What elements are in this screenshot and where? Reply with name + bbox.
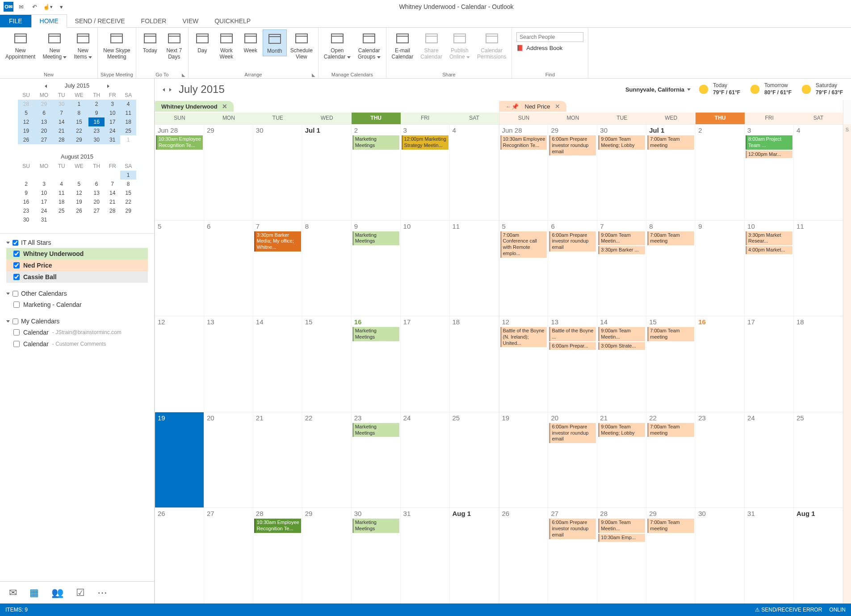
mini-cal-day[interactable]: 14 [54, 117, 70, 126]
mini-cal-day[interactable]: 11 [120, 109, 136, 117]
mini-cal-day[interactable]: 12 [18, 117, 34, 126]
ribbon-work-week-button[interactable]: WorkWeek [214, 29, 239, 62]
calendar-list-item[interactable]: Whitney Underwood [6, 248, 148, 260]
pin-icon[interactable]: ←📌 [506, 103, 519, 110]
calendar-event[interactable]: 6:00am Prepare investor roundup email [549, 231, 596, 251]
calendar-event[interactable]: 6:00am Prepare investor roundup email [549, 135, 596, 155]
calendar-event[interactable]: Battle of the Boyne (N. Ireland); United… [500, 327, 547, 347]
calendar-day-cell[interactable]: 29 [204, 125, 253, 220]
calendar-event[interactable]: 7:00am Team meeting [647, 327, 694, 341]
calendar-day-cell[interactable]: 6 [204, 221, 253, 316]
mini-cal-day[interactable]: 3 [34, 180, 54, 189]
calendar-day-cell[interactable]: 15 [302, 316, 352, 412]
calendar-event[interactable]: 7:00am Team meeting [647, 135, 694, 150]
mini-cal-day[interactable]: 3 [105, 100, 121, 109]
calendar-day-cell[interactable]: 26 [499, 508, 549, 603]
calendar-event[interactable]: 9:00am Team Meetin... [598, 327, 645, 341]
nav-more-icon[interactable]: ⋯ [97, 587, 107, 599]
nav-people-icon[interactable]: 👥 [51, 587, 63, 599]
calendar-day-cell[interactable]: 309:00am Team Meeting; Lobby [597, 125, 646, 220]
mini-cal-day[interactable]: 15 [120, 189, 136, 197]
calendar-day-cell[interactable]: Jul 1 [302, 125, 352, 220]
calendar-event[interactable]: 3:00pm Strate... [598, 342, 645, 350]
calendar-event[interactable]: 6:00am Prepar... [549, 342, 596, 350]
calendar-event[interactable]: 12:00pm Marketing Strategy Meetin... [402, 135, 449, 150]
mini-cal-day[interactable]: 19 [69, 197, 88, 206]
calendar-day-cell[interactable]: 20 [204, 412, 253, 508]
close-pane-icon[interactable]: ✕ [222, 103, 227, 110]
calendar-day-cell[interactable]: 18 [794, 316, 843, 412]
calendar-event[interactable]: Marketing Meetings [352, 423, 399, 437]
ribbon-e-mail-calendar-button[interactable]: E-mailCalendar [388, 29, 417, 62]
calendar-day-cell[interactable]: 73:30pm Barker Media; My office; Whitne.… [253, 221, 302, 316]
tab-send-receive[interactable]: SEND / RECEIVE [67, 15, 133, 27]
calendar-event[interactable]: 8:00am Project Team ... [746, 135, 792, 150]
nav-mail-icon[interactable]: ✉ [9, 587, 17, 599]
calendar-list-item[interactable]: Calendar - Customer Comments [6, 338, 148, 350]
calendar-event[interactable]: 7:00am Team meeting [647, 231, 694, 246]
ribbon-month-button[interactable]: Month [263, 29, 287, 56]
mini-cal-day[interactable]: 10 [105, 109, 121, 117]
mini-cal-day[interactable]: 28 [54, 135, 70, 144]
mini-cal-day[interactable]: 22 [120, 197, 136, 206]
calendar-day-cell[interactable]: 103:30pm Market Resear...4:00pm Market..… [745, 221, 794, 316]
calendar-event[interactable]: 6:00am Prepare investor roundup email [549, 423, 596, 443]
calendar-list-item[interactable]: Cassie Ball [6, 271, 148, 283]
weather-location[interactable]: Sunnyvale, California [625, 86, 691, 93]
calendar-group-header[interactable]: IT All Stars [6, 237, 148, 248]
calendar-event[interactable]: 7:00am Conference call with Remote emplo… [500, 231, 547, 258]
calendar-event[interactable]: 3:30pm Barker ... [598, 246, 645, 254]
group-checkbox[interactable] [13, 318, 18, 324]
mini-cal-day[interactable]: 5 [18, 109, 34, 117]
calendar-day-cell[interactable]: 38:00am Project Team ...12:00pm Mar... [745, 125, 794, 220]
calendar-day-cell[interactable]: 2810:30am Employee Recognition Te... [253, 508, 302, 603]
calendar-checkbox[interactable] [13, 341, 20, 347]
qat-undo-icon[interactable]: ↶ [30, 3, 38, 11]
calendar-group-header[interactable]: Other Calendars [6, 288, 148, 299]
mini-cal-day[interactable]: 16 [88, 117, 105, 126]
calendar-day-cell[interactable]: 22 [302, 412, 352, 508]
calendar-day-cell[interactable]: 23Marketing Meetings [352, 412, 401, 508]
mini-cal-day[interactable]: 27 [34, 135, 54, 144]
mini-cal-day[interactable]: 18 [120, 117, 136, 126]
calendar-day-cell[interactable]: Jun 2810:30am Employee Recognition Te... [499, 125, 549, 220]
mini-cal-day[interactable]: 2 [18, 180, 34, 189]
mini-cal-day[interactable]: 4 [54, 180, 70, 189]
calendar-day-cell[interactable]: 30 [253, 125, 302, 220]
tab-folder[interactable]: FOLDER [133, 15, 175, 27]
calendar-day-cell[interactable]: 25 [450, 412, 499, 508]
nav-calendar-icon[interactable]: ▦ [29, 587, 39, 599]
mini-cal-day[interactable]: 8 [69, 109, 88, 117]
mini-cal-day[interactable]: 31 [105, 135, 121, 144]
mini-cal-day[interactable]: 28 [105, 206, 121, 215]
calendar-day-cell[interactable]: 10 [401, 221, 450, 316]
calendar-day-cell[interactable]: 9Marketing Meetings [352, 221, 401, 316]
mini-cal-day[interactable]: 17 [34, 197, 54, 206]
mini-cal-day[interactable]: 29 [120, 206, 136, 215]
nav-tasks-icon[interactable]: ☑ [76, 587, 85, 599]
calendar-day-cell[interactable]: 12Battle of the Boyne (N. Ireland); Unit… [499, 316, 549, 412]
calendar-day-cell[interactable]: 57:00am Conference call with Remote empl… [499, 221, 549, 316]
calendar-checkbox[interactable] [13, 274, 20, 280]
calendar-day-cell[interactable]: Jun 2810:30am Employee Recognition Te... [155, 125, 204, 220]
address-book-button[interactable]: 📕 Address Book [516, 45, 583, 51]
mini-cal-day[interactable]: 25 [54, 206, 70, 215]
calendar-list-item[interactable]: Marketing - Calendar [6, 299, 148, 310]
ribbon-open-calendar-button[interactable]: OpenCalendar [320, 29, 354, 62]
mini-cal-day[interactable]: 24 [34, 206, 54, 215]
mini-cal-day[interactable]: 7 [105, 180, 121, 189]
mini-cal-day[interactable]: 9 [88, 109, 105, 117]
mini-cal-day[interactable]: 26 [69, 206, 88, 215]
close-pane-icon[interactable]: ✕ [555, 103, 560, 110]
next-month-icon[interactable] [169, 85, 172, 93]
calendar-day-cell[interactable]: 276:00am Prepare investor roundup email [548, 508, 597, 603]
group-checkbox[interactable] [13, 291, 18, 297]
mini-cal-day[interactable]: 20 [88, 197, 105, 206]
mini-cal-day[interactable]: 27 [88, 206, 105, 215]
mini-cal-day[interactable]: 17 [105, 117, 121, 126]
ribbon-day-button[interactable]: Day [190, 29, 214, 55]
calendar-day-cell[interactable]: 2 [696, 125, 745, 220]
mini-cal-day[interactable]: 12 [69, 189, 88, 197]
calendar-day-cell[interactable]: 157:00am Team meeting [646, 316, 696, 412]
tab-file[interactable]: FILE [0, 15, 31, 27]
